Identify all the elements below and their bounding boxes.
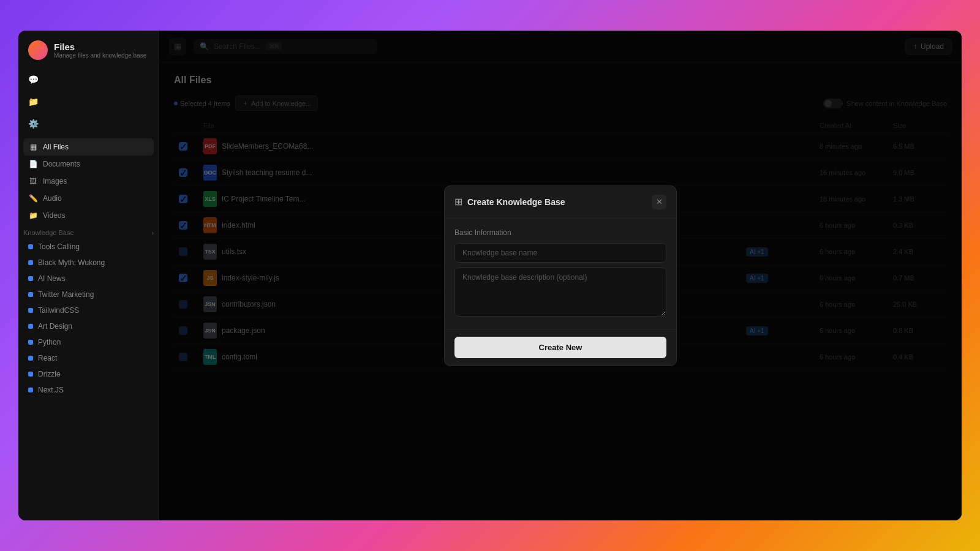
kb-nav-section: Tools Calling Black Myth: Wukong AI News…: [18, 239, 159, 398]
app-window: Files Manage files and knowledge base 💬 …: [18, 31, 962, 520]
videos-icon: 📁: [28, 211, 38, 220]
sidebar-item-label: All Files: [43, 143, 69, 151]
sidebar-item-label: React: [38, 354, 57, 362]
sidebar-item-documents[interactable]: 📄 Documents: [23, 156, 154, 173]
sidebar-item-label: Next.JS: [38, 386, 64, 394]
app-title: Files: [54, 42, 146, 52]
sidebar-item-label: Drizzle: [38, 370, 61, 378]
sidebar-item-videos[interactable]: 📁 Videos: [23, 207, 154, 224]
audio-icon: ✏️: [28, 193, 38, 203]
documents-icon: 📄: [28, 159, 38, 169]
sidebar-item-label: Art Design: [38, 322, 72, 331]
images-icon: 🖼: [28, 176, 38, 186]
modal-header: ⊞ Create Knowledge Base ✕: [445, 186, 676, 219]
kb-name-input[interactable]: [454, 243, 666, 263]
kb-dot: [28, 356, 33, 361]
modal-title-row: ⊞ Create Knowledge Base: [454, 196, 565, 208]
sidebar-item-twitter-marketing[interactable]: Twitter Marketing: [23, 287, 154, 302]
kb-dot: [28, 388, 33, 392]
kb-description-input[interactable]: [454, 268, 666, 317]
sidebar-nav-icons: 💬 📁 ⚙️: [18, 70, 159, 133]
kb-section-label: Knowledge Base: [23, 229, 74, 236]
chat-icon[interactable]: 💬: [23, 70, 43, 89]
sidebar-item-art-design[interactable]: Art Design: [23, 318, 154, 334]
sidebar-item-all-files[interactable]: ▦ All Files: [23, 138, 154, 156]
all-files-icon: ▦: [28, 142, 38, 152]
modal-close-button[interactable]: ✕: [652, 195, 666, 209]
sidebar-item-drizzle[interactable]: Drizzle: [23, 366, 154, 382]
avatar: [28, 40, 48, 60]
settings-icon[interactable]: ⚙️: [23, 114, 43, 133]
kb-dot: [28, 276, 33, 281]
sidebar: Files Manage files and knowledge base 💬 …: [18, 31, 159, 520]
kb-dot: [28, 372, 33, 377]
sidebar-item-python[interactable]: Python: [23, 334, 154, 350]
sidebar-item-ai-news[interactable]: AI News: [23, 271, 154, 287]
folder-icon[interactable]: 📁: [23, 92, 43, 111]
kb-dot: [28, 244, 33, 249]
modal-body: Basic Information: [445, 219, 676, 329]
kb-dot: [28, 308, 33, 313]
sidebar-item-label: AI News: [38, 274, 66, 283]
sidebar-item-images[interactable]: 🖼 Images: [23, 173, 154, 190]
sidebar-item-react[interactable]: React: [23, 350, 154, 366]
create-new-button[interactable]: Create New: [454, 337, 666, 358]
kb-dot: [28, 292, 33, 297]
sidebar-item-label: Tools Calling: [38, 242, 80, 251]
modal-footer: Create New: [445, 329, 676, 365]
modal-title-icon: ⊞: [454, 196, 462, 208]
kb-dot: [28, 340, 33, 345]
sidebar-item-black-myth[interactable]: Black Myth: Wukong: [23, 255, 154, 271]
kb-section-toggle[interactable]: ›: [151, 229, 154, 236]
sidebar-item-label: TailwindCSS: [38, 306, 79, 315]
sidebar-item-label: Documents: [43, 160, 80, 168]
sidebar-item-label: Images: [43, 177, 67, 186]
modal-section-label: Basic Information: [454, 228, 666, 237]
sidebar-item-audio[interactable]: ✏️ Audio: [23, 190, 154, 207]
app-subtitle: Manage files and knowledge base: [54, 52, 146, 59]
modal-title: Create Knowledge Base: [467, 197, 565, 207]
sidebar-item-label: Audio: [43, 194, 62, 203]
main-nav-section: ▦ All Files 📄 Documents 🖼 Images ✏️ Audi…: [18, 138, 159, 224]
sidebar-item-label: Black Myth: Wukong: [38, 258, 105, 267]
sidebar-item-tailwindcss[interactable]: TailwindCSS: [23, 302, 154, 318]
kb-dot: [28, 324, 33, 329]
sidebar-title-block: Files Manage files and knowledge base: [54, 42, 146, 59]
sidebar-header: Files Manage files and knowledge base: [18, 40, 159, 70]
sidebar-item-label: Python: [38, 338, 61, 347]
main-content: ▦ 🔍 Search Files... ⌘K ↑ Upload All File…: [159, 31, 962, 520]
sidebar-item-nextjs[interactable]: Next.JS: [23, 382, 154, 398]
kb-section-header: Knowledge Base ›: [18, 224, 159, 239]
modal-overlay[interactable]: ⊞ Create Knowledge Base ✕ Basic Informat…: [159, 31, 962, 520]
create-kb-modal: ⊞ Create Knowledge Base ✕ Basic Informat…: [444, 186, 677, 366]
sidebar-item-label: Videos: [43, 211, 65, 220]
sidebar-item-tools-calling[interactable]: Tools Calling: [23, 239, 154, 255]
sidebar-item-label: Twitter Marketing: [38, 290, 94, 299]
kb-dot: [28, 260, 33, 265]
